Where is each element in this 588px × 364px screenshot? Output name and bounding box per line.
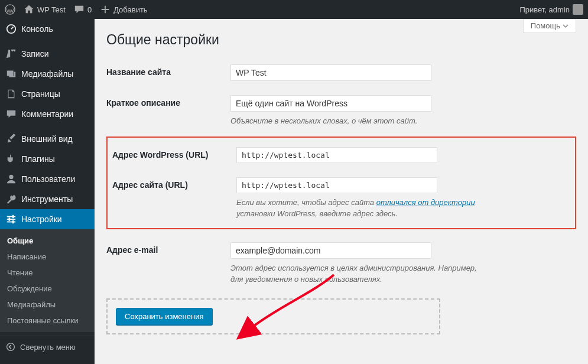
submenu-item-general[interactable]: Общие bbox=[0, 233, 95, 249]
svg-rect-7 bbox=[9, 217, 11, 220]
site-url-description: Если вы хотите, чтобы адрес сайта отлича… bbox=[236, 197, 485, 220]
help-tab[interactable]: Помощь bbox=[523, 19, 576, 33]
wp-url-input[interactable] bbox=[236, 147, 437, 163]
sidebar-item-label: Настройки bbox=[21, 214, 62, 224]
comments-link[interactable]: 0 bbox=[74, 4, 92, 15]
submit-area: Сохранить изменения bbox=[106, 298, 440, 334]
sidebar-item-dashboard[interactable]: Консоль bbox=[0, 19, 95, 39]
row-email: Адрес e-mail Этот адрес используется в ц… bbox=[106, 235, 576, 292]
save-button[interactable]: Сохранить изменения bbox=[116, 308, 213, 325]
add-new-label: Добавить bbox=[113, 5, 147, 14]
admin-sidebar: Консоль Записи Медиафайлы Страницы Комме… bbox=[0, 19, 95, 364]
tagline-description: Объясните в нескольких словах, о чём это… bbox=[230, 115, 479, 127]
sidebar-item-label: Комментарии bbox=[21, 109, 73, 119]
sidebar-item-label: Пользователи bbox=[21, 174, 75, 184]
highlighted-url-box: Адрес WordPress (URL) Адрес сайта (URL) … bbox=[106, 136, 576, 229]
site-title-label: Название сайта bbox=[106, 64, 230, 77]
sidebar-item-appearance[interactable]: Внешний вид bbox=[0, 129, 95, 149]
wp-logo[interactable] bbox=[5, 4, 15, 15]
submenu-item-discussion[interactable]: Обсуждение bbox=[0, 281, 95, 297]
row-tagline: Краткое описание Объясните в нескольких … bbox=[106, 88, 576, 134]
sidebar-item-label: Медиафайлы bbox=[21, 69, 73, 79]
svg-rect-4 bbox=[7, 219, 15, 220]
sidebar-item-label: Внешний вид bbox=[21, 134, 73, 144]
site-url-label: Адрес сайта (URL) bbox=[112, 177, 236, 190]
row-site-title: Название сайта bbox=[106, 57, 576, 88]
site-name: WP Test bbox=[37, 5, 66, 14]
page-title: Общие настройки bbox=[106, 32, 576, 48]
svg-rect-8 bbox=[12, 220, 14, 223]
row-site-url: Адрес сайта (URL) Если вы хотите, чтобы … bbox=[112, 171, 570, 228]
sidebar-item-users[interactable]: Пользователи bbox=[0, 169, 95, 189]
tagline-input[interactable] bbox=[230, 95, 431, 112]
main-content: Помощь Общие настройки Название сайта Кр… bbox=[95, 19, 588, 364]
svg-rect-5 bbox=[7, 222, 15, 223]
collapse-menu[interactable]: Свернуть меню bbox=[0, 336, 95, 358]
sidebar-item-label: Плагины bbox=[21, 154, 55, 164]
tagline-label: Краткое описание bbox=[106, 95, 230, 108]
help-label: Помощь bbox=[531, 21, 560, 30]
sidebar-item-label: Страницы bbox=[21, 89, 60, 99]
submenu-item-permalinks[interactable]: Постоянные ссылки bbox=[0, 313, 95, 329]
site-home-link[interactable]: WP Test bbox=[24, 4, 66, 15]
svg-rect-6 bbox=[12, 215, 14, 218]
sidebar-item-settings[interactable]: Настройки bbox=[0, 209, 95, 229]
row-wp-url: Адрес WordPress (URL) bbox=[112, 141, 570, 171]
sidebar-item-tools[interactable]: Инструменты bbox=[0, 189, 95, 209]
user-greeting: Привет, admin bbox=[519, 5, 570, 14]
sidebar-item-pages[interactable]: Страницы bbox=[0, 84, 95, 104]
sidebar-item-label: Записи bbox=[21, 49, 48, 58]
submenu-item-writing[interactable]: Написание bbox=[0, 249, 95, 265]
sidebar-item-plugins[interactable]: Плагины bbox=[0, 149, 95, 169]
svg-rect-3 bbox=[7, 216, 15, 217]
submenu-item-media[interactable]: Медиафайлы bbox=[0, 297, 95, 313]
collapse-label: Свернуть меню bbox=[20, 343, 76, 352]
settings-submenu: Общие Написание Чтение Обсуждение Медиаф… bbox=[0, 229, 95, 332]
user-greeting-link[interactable]: Привет, admin bbox=[519, 4, 583, 15]
wp-url-label: Адрес WordPress (URL) bbox=[112, 147, 236, 160]
sidebar-item-media[interactable]: Медиафайлы bbox=[0, 64, 95, 84]
avatar bbox=[573, 4, 583, 15]
sidebar-item-label: Инструменты bbox=[21, 194, 73, 204]
submenu-item-reading[interactable]: Чтение bbox=[0, 265, 95, 281]
site-title-input[interactable] bbox=[230, 64, 431, 81]
sidebar-item-comments[interactable]: Комментарии bbox=[0, 104, 95, 124]
svg-point-2 bbox=[9, 175, 13, 179]
email-input[interactable] bbox=[230, 242, 431, 259]
comments-count: 0 bbox=[87, 5, 92, 14]
email-description: Этот адрес используется в целях админист… bbox=[230, 262, 479, 285]
email-label: Адрес e-mail bbox=[106, 242, 230, 255]
svg-point-9 bbox=[7, 343, 15, 351]
site-url-input[interactable] bbox=[236, 177, 437, 193]
sidebar-item-label: Консоль bbox=[21, 24, 53, 34]
add-new-link[interactable]: Добавить bbox=[100, 4, 147, 15]
admin-bar: WP Test 0 Добавить Привет, admin bbox=[0, 0, 588, 19]
sidebar-item-posts[interactable]: Записи bbox=[0, 44, 95, 64]
site-url-help-link[interactable]: отличался от директории bbox=[376, 198, 475, 207]
